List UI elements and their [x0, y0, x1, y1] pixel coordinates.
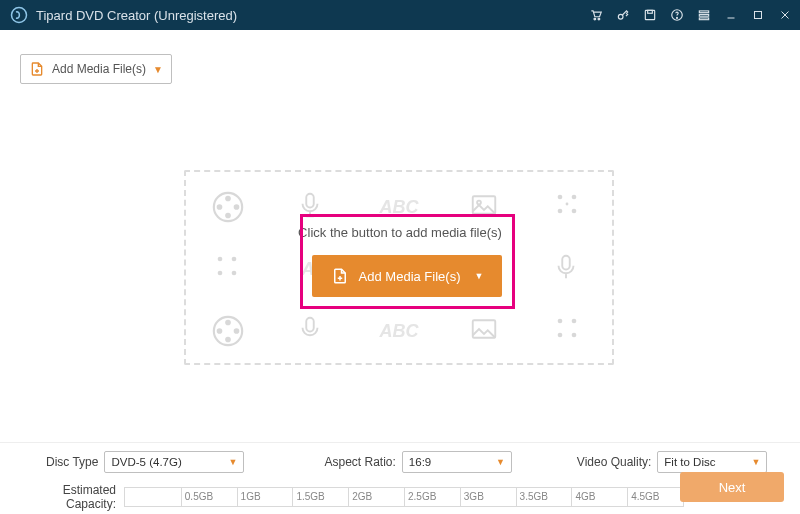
video-quality-select[interactable]: Fit to Disc ▼ [657, 451, 767, 473]
chevron-down-icon: ▼ [496, 457, 505, 467]
svg-rect-9 [699, 14, 708, 16]
svg-point-18 [225, 213, 231, 219]
capacity-tick: 4.5GB [627, 488, 659, 506]
chevron-down-icon: ▼ [474, 271, 483, 281]
svg-point-30 [218, 271, 223, 276]
disc-type-select[interactable]: DVD-5 (4.7G) ▼ [104, 451, 244, 473]
add-file-icon [29, 61, 45, 77]
capacity-tick: 2.5GB [404, 488, 436, 506]
capacity-tick: 2GB [348, 488, 372, 506]
add-media-top-label: Add Media File(s) [52, 62, 146, 76]
svg-rect-10 [699, 18, 708, 20]
capacity-tick: 3.5GB [516, 488, 548, 506]
svg-point-36 [225, 337, 231, 343]
svg-rect-38 [307, 318, 315, 332]
svg-rect-20 [307, 194, 315, 208]
svg-point-16 [225, 196, 231, 202]
cart-icon[interactable] [588, 8, 603, 23]
aspect-ratio-value: 16:9 [409, 456, 431, 468]
save-icon[interactable] [642, 8, 657, 23]
svg-point-34 [225, 320, 231, 326]
sparkle-icon [553, 314, 587, 348]
add-file-icon [331, 267, 349, 285]
svg-point-31 [232, 271, 237, 276]
mic-icon [551, 252, 585, 286]
capacity-tick: 4GB [571, 488, 595, 506]
close-icon[interactable] [777, 8, 792, 23]
svg-point-3 [618, 14, 623, 19]
svg-point-27 [565, 203, 568, 206]
watermark-row: ABC [186, 314, 612, 348]
sparkle-icon [213, 252, 247, 286]
capacity-tick: 3GB [460, 488, 484, 506]
capacity-tick: 0.5GB [181, 488, 213, 506]
app-logo-icon [10, 6, 28, 24]
capacity-tick: 1.5GB [292, 488, 324, 506]
mic-icon [295, 314, 329, 348]
svg-point-24 [572, 195, 577, 200]
svg-point-42 [558, 333, 563, 338]
menu-icon[interactable] [696, 8, 711, 23]
aspect-ratio-select[interactable]: 16:9 ▼ [402, 451, 512, 473]
svg-rect-5 [647, 10, 652, 13]
chevron-down-icon: ▼ [153, 64, 163, 75]
capacity-bar: 0.5GB 1GB 1.5GB 2GB 2.5GB 3GB 3.5GB 4GB … [124, 487, 684, 507]
help-icon[interactable] [669, 8, 684, 23]
chevron-down-icon: ▼ [229, 457, 238, 467]
video-quality-value: Fit to Disc [664, 456, 715, 468]
svg-point-19 [217, 204, 223, 210]
svg-point-35 [234, 328, 240, 334]
svg-rect-8 [699, 11, 708, 13]
next-button-label: Next [719, 480, 746, 495]
reel-icon [211, 190, 245, 224]
titlebar: Tipard DVD Creator (Unregistered) [0, 0, 800, 30]
svg-point-41 [572, 319, 577, 324]
next-button[interactable]: Next [680, 472, 784, 502]
svg-point-7 [676, 17, 677, 18]
svg-point-2 [598, 18, 600, 20]
minimize-icon[interactable] [723, 8, 738, 23]
abc-watermark: ABC [379, 314, 418, 348]
svg-point-28 [218, 257, 223, 262]
disc-type-label: Disc Type [46, 455, 98, 469]
add-media-center-button[interactable]: Add Media File(s) ▼ [312, 255, 502, 297]
svg-rect-12 [754, 12, 761, 19]
svg-point-23 [558, 195, 563, 200]
svg-point-37 [217, 328, 223, 334]
svg-point-25 [558, 209, 563, 214]
svg-rect-4 [645, 10, 654, 19]
image-icon [469, 314, 503, 348]
maximize-icon[interactable] [750, 8, 765, 23]
svg-point-26 [572, 209, 577, 214]
disc-type-value: DVD-5 (4.7G) [111, 456, 181, 468]
add-media-top-button[interactable]: Add Media File(s) ▼ [20, 54, 172, 84]
key-icon[interactable] [615, 8, 630, 23]
bottom-panel: Disc Type DVD-5 (4.7G) ▼ Aspect Ratio: 1… [0, 442, 800, 514]
reel-icon [211, 314, 245, 348]
sparkle-icon [553, 190, 587, 224]
svg-point-1 [593, 18, 595, 20]
svg-point-29 [232, 257, 237, 262]
estimated-capacity-label: Estimated Capacity: [16, 483, 124, 511]
add-media-center-label: Add Media File(s) [359, 269, 461, 284]
main-content: Add Media File(s) ▼ ABC ABC C ABC Click … [0, 30, 800, 442]
titlebar-actions [588, 8, 792, 23]
svg-rect-32 [562, 256, 570, 270]
svg-point-40 [558, 319, 563, 324]
aspect-ratio-label: Aspect Ratio: [324, 455, 395, 469]
svg-point-43 [572, 333, 577, 338]
video-quality-label: Video Quality: [577, 455, 652, 469]
svg-point-17 [234, 204, 240, 210]
capacity-tick: 1GB [237, 488, 261, 506]
app-title: Tipard DVD Creator (Unregistered) [36, 8, 588, 23]
chevron-down-icon: ▼ [751, 457, 760, 467]
